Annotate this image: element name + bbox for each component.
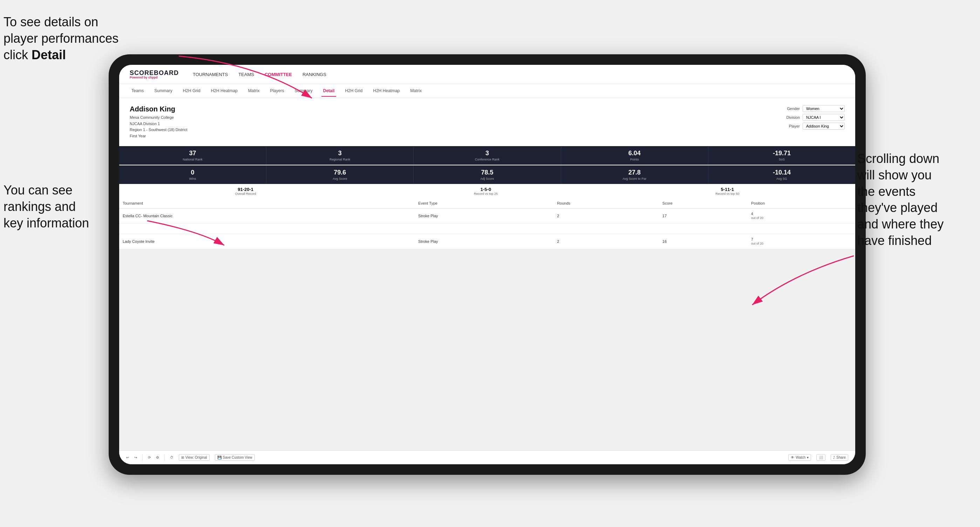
subnav-detail[interactable]: Detail	[321, 86, 336, 97]
stats-row1: 37 National Rank 3 Regional Rank 3 Confe…	[119, 146, 855, 165]
watch-button[interactable]: 👁 Watch ▾	[788, 454, 811, 461]
player-name: Addison King	[130, 105, 187, 113]
stats-row2: 0 Wins 79.6 Avg Score 78.5 Adj Score 27.…	[119, 165, 855, 184]
toolbar-sep2	[164, 454, 165, 461]
record-top50-label: Record vs top 50	[715, 192, 739, 195]
event-type-1: Stroke Play	[415, 208, 554, 224]
col-event-type: Event Type	[415, 198, 554, 208]
subnav-matrix1[interactable]: Matrix	[247, 86, 261, 97]
toolbar-sep1	[142, 454, 143, 461]
content-area: Addison King Mesa Community College NJCA…	[119, 98, 855, 249]
top-nav: SCOREBOARD Powered by clippd TOURNAMENTS…	[119, 65, 855, 84]
table-row: Lady Coyote Invite Stroke Play 2 16 7out…	[119, 234, 855, 249]
position-1: 4out of 20	[748, 208, 855, 224]
tournament-name-3: Lady Coyote Invite	[119, 234, 415, 249]
bottom-toolbar: ↩ ↪ ⟳ ⚙ ⏱ ⊞ View: Original 💾 Save Custom…	[119, 450, 855, 464]
player-region: Region 1 - Southwest (18) District	[130, 127, 187, 133]
redo-icon[interactable]: ↪	[134, 456, 137, 459]
stat-regional-rank: 3 Regional Rank	[266, 146, 414, 165]
division-label: Division	[786, 115, 800, 119]
scoreboard-logo: SCOREBOARD Powered by clippd	[130, 70, 179, 79]
record-overall-value: 91-20-1	[235, 187, 256, 192]
subnav-players[interactable]: Players	[268, 86, 286, 97]
division-row: Division NJCAA I NJCAA II	[786, 114, 845, 121]
top-nav-items: TOURNAMENTS TEAMS COMMITTEE RANKINGS	[193, 70, 326, 79]
gender-select[interactable]: Women Men	[803, 105, 845, 112]
view-original-button[interactable]: ⊞ View: Original	[179, 454, 210, 461]
nav-tournaments[interactable]: TOURNAMENTS	[193, 70, 228, 79]
subnav-h2hgrid1[interactable]: H2H Grid	[181, 86, 202, 97]
record-overall-label: Overall Record	[235, 192, 256, 195]
subnav-h2hgrid2[interactable]: H2H Grid	[343, 86, 364, 97]
undo-icon[interactable]: ↩	[126, 456, 129, 459]
player-header: Addison King Mesa Community College NJCA…	[130, 105, 845, 139]
regional-rank-value: 3	[269, 149, 410, 157]
share-label: Share	[836, 456, 846, 459]
subnav-h2hheatmap2[interactable]: H2H Heatmap	[371, 86, 401, 97]
player-select[interactable]: Addison King	[803, 123, 845, 130]
wins-value: 0	[122, 169, 263, 176]
col-position: Position	[748, 198, 855, 208]
conference-rank-value: 3	[417, 149, 558, 157]
stat-conference-rank: 3 Conference Rank	[414, 146, 561, 165]
subnav-h2hheatmap1[interactable]: H2H Heatmap	[209, 86, 239, 97]
regional-rank-label: Regional Rank	[269, 158, 410, 161]
refresh-icon[interactable]: ⟳	[148, 456, 151, 459]
tournament-table: Tournament Event Type Rounds Score Posit…	[119, 198, 855, 249]
annotation-right: Scrolling down will show you the events …	[858, 151, 977, 249]
main-content: Addison King Mesa Community College NJCA…	[119, 98, 855, 450]
col-score: Score	[659, 198, 748, 208]
stat-adj-score: 78.5 Adj Score	[414, 165, 561, 184]
subnav-summary1[interactable]: Summary	[153, 86, 174, 97]
stat-avg-score: 79.6 Avg Score	[266, 165, 414, 184]
player-label: Player	[789, 124, 800, 128]
tablet-frame: SCOREBOARD Powered by clippd TOURNAMENTS…	[109, 54, 866, 475]
record-top25-label: Record vs top 25	[474, 192, 498, 195]
table-row: Estella CC- Mountain Classic Stroke Play…	[119, 208, 855, 224]
rounds-1: 2	[554, 208, 659, 224]
national-rank-value: 37	[122, 149, 263, 157]
tablet-screen: SCOREBOARD Powered by clippd TOURNAMENTS…	[119, 65, 855, 464]
gender-label: Gender	[787, 106, 800, 111]
eye-icon: 👁	[791, 456, 794, 459]
subnav-summary2[interactable]: Summary	[293, 86, 314, 97]
conference-rank-label: Conference Rank	[417, 158, 558, 161]
adj-score-label: Adj Score	[417, 177, 558, 181]
rounds-3: 2	[554, 234, 659, 249]
record-top50: 5-11-1 Record vs top 50	[715, 187, 739, 195]
nav-committee[interactable]: COMMITTEE	[265, 70, 292, 79]
screen-icon-button[interactable]: ⬜	[816, 454, 826, 461]
player-info: Addison King Mesa Community College NJCA…	[130, 105, 187, 139]
wins-label: Wins	[122, 177, 263, 181]
stat-avg-sg: -10.14 Avg SG	[708, 165, 855, 184]
adj-score-value: 78.5	[417, 169, 558, 176]
share-icon: ⤴	[833, 456, 835, 459]
score-3: 16	[659, 234, 748, 249]
nav-rankings[interactable]: RANKINGS	[302, 70, 326, 79]
player-selectors: Gender Women Men Division NJCAA I	[786, 105, 845, 130]
division-select[interactable]: NJCAA I NJCAA II	[803, 114, 845, 121]
nav-teams[interactable]: TEAMS	[238, 70, 254, 79]
tournament-name-1: Estella CC- Mountain Classic	[119, 208, 415, 224]
score-1: 17	[659, 208, 748, 224]
position-3: 7out of 20	[748, 234, 855, 249]
share-button[interactable]: ⤴ Share	[831, 454, 848, 461]
subnav-teams[interactable]: Teams	[130, 86, 145, 97]
avg-score-label: Avg Score	[269, 177, 410, 181]
record-top25-value: 1-5-0	[474, 187, 498, 192]
stat-sos: -19.71 SoS	[708, 146, 855, 165]
subnav-matrix2[interactable]: Matrix	[409, 86, 424, 97]
annotation-top-left: To see details on player performances cl…	[3, 14, 123, 63]
watch-label: Watch	[795, 456, 805, 459]
col-tournament: Tournament	[119, 198, 415, 208]
record-top50-value: 5-11-1	[715, 187, 739, 192]
sos-value: -19.71	[711, 149, 853, 157]
record-top25: 1-5-0 Record vs top 25	[474, 187, 498, 195]
records-row: 91-20-1 Overall Record 1-5-0 Record vs t…	[119, 184, 855, 198]
stat-avg-score-par: 27.8 Avg Score to Par	[561, 165, 708, 184]
player-college: Mesa Community College	[130, 114, 187, 121]
stat-wins: 0 Wins	[119, 165, 266, 184]
settings-icon[interactable]: ⚙	[156, 456, 159, 459]
save-custom-view-button[interactable]: 💾 Save Custom View	[215, 454, 255, 461]
avg-score-par-label: Avg Score to Par	[564, 177, 705, 181]
